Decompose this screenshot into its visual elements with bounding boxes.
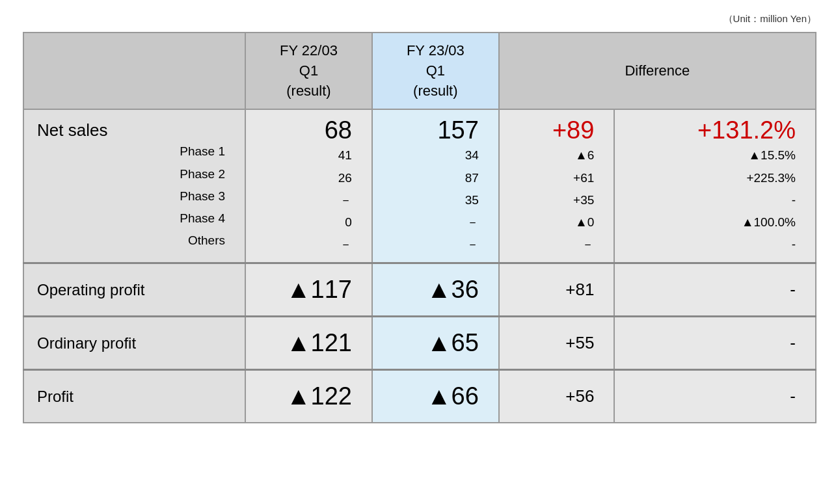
header-empty xyxy=(23,33,245,109)
operating-profit-fy2303: ▲36 xyxy=(372,263,499,317)
ordinary-profit-diff: +55 xyxy=(499,317,615,370)
profit-fy2303: ▲66 xyxy=(372,370,499,423)
operating-profit-row: Operating profit ▲117 ▲36 +81 - xyxy=(23,263,816,317)
operating-profit-diff: +81 xyxy=(499,263,615,317)
header-fy2303: FY 23/03Q1(result) xyxy=(372,33,499,109)
ordinary-profit-fy2203: ▲121 xyxy=(245,317,372,370)
phase3-label: Phase 3 xyxy=(37,185,225,207)
others-label: Others xyxy=(37,230,225,252)
net-sales-fy2303: 157 34 87 35 － － xyxy=(372,109,499,263)
operating-profit-fy2203: ▲117 xyxy=(245,263,372,317)
operating-profit-label: Operating profit xyxy=(23,263,245,317)
table-wrapper: FY 22/03Q1(result) FY 23/03Q1(result) Di… xyxy=(23,32,816,423)
net-sales-diff-pct: +131.2% ▲15.5% +225.3% - ▲100.0% - xyxy=(614,109,816,263)
net-sales-diff: +89 ▲6 +61 +35 ▲0 － xyxy=(499,109,615,263)
ordinary-profit-row: Ordinary profit ▲121 ▲65 +55 - xyxy=(23,317,816,370)
profit-row: Profit ▲122 ▲66 +56 - xyxy=(23,370,816,423)
phase1-label: Phase 1 xyxy=(37,140,225,163)
profit-fy2203: ▲122 xyxy=(245,370,372,423)
profit-label: Profit xyxy=(23,370,245,423)
profit-diff-pct: - xyxy=(614,370,816,423)
financial-table: FY 22/03Q1(result) FY 23/03Q1(result) Di… xyxy=(23,32,816,423)
header-fy2203: FY 22/03Q1(result) xyxy=(245,33,372,109)
net-sales-fy2203: 68 41 26 － 0 － xyxy=(245,109,372,263)
net-sales-row: Net sales Phase 1 Phase 2 Phase 3 Phase … xyxy=(23,109,816,263)
phase4-label: Phase 4 xyxy=(37,207,225,230)
header-difference: Difference xyxy=(499,33,816,109)
profit-diff: +56 xyxy=(499,370,615,423)
net-sales-label: Net sales Phase 1 Phase 2 Phase 3 Phase … xyxy=(23,109,245,263)
unit-label: （Unit：million Yen） xyxy=(723,13,816,25)
phase2-label: Phase 2 xyxy=(37,163,225,185)
ordinary-profit-label: Ordinary profit xyxy=(23,317,245,370)
operating-profit-diff-pct: - xyxy=(614,263,816,317)
ordinary-profit-fy2303: ▲65 xyxy=(372,317,499,370)
ordinary-profit-diff-pct: - xyxy=(614,317,816,370)
